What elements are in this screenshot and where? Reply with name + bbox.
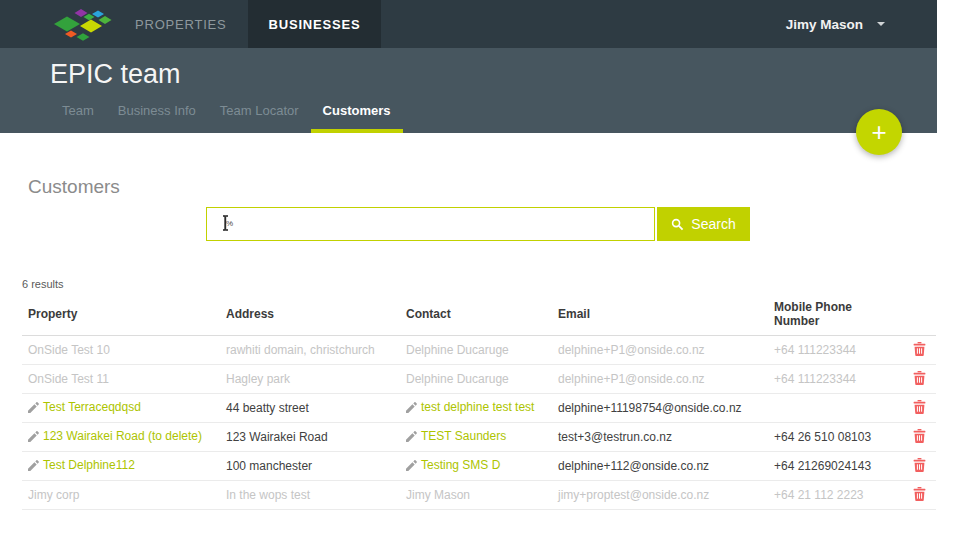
phone-cell: +64 111223344 [768, 365, 900, 394]
search-icon [671, 218, 684, 231]
property-link-label: 123 Wairakei Road (to delete) [43, 429, 202, 443]
edit-pencil-icon [28, 402, 39, 413]
contact-cell: Delphine Ducaruge [400, 336, 552, 365]
contact-link[interactable]: Testing SMS D [406, 458, 500, 472]
table-row: Test Delphine112 100 manchester Testing … [22, 452, 936, 481]
email-cell: jimy+proptest@onside.co.nz [552, 481, 768, 510]
col-header-email: Email [552, 295, 768, 336]
tab-customers[interactable]: Customers [311, 103, 403, 133]
property-cell: OnSide Test 10 [22, 336, 220, 365]
table-row: Test Terraceqdqsd 44 beatty street test … [22, 394, 936, 423]
trash-icon [913, 400, 926, 414]
email-cell: delphine+P1@onside.co.nz [552, 365, 768, 394]
address-cell: 44 beatty street [220, 394, 400, 423]
edit-pencil-icon [28, 431, 39, 442]
tab-team[interactable]: Team [50, 103, 106, 133]
col-header-contact: Contact [400, 295, 552, 336]
contact-link-label: TEST Saunders [421, 429, 506, 443]
email-cell: test+3@testrun.co.nz [552, 423, 768, 452]
delete-row-button[interactable] [911, 486, 928, 502]
page-title: Customers [0, 133, 937, 196]
property-link[interactable]: Test Terraceqdqsd [28, 400, 141, 414]
property-link[interactable]: 123 Wairakei Road (to delete) [28, 429, 202, 443]
customers-table: Property Address Contact Email Mobile Ph… [22, 295, 936, 510]
table-row: 123 Wairakei Road (to delete) 123 Wairak… [22, 423, 936, 452]
contact-cell: Jimy Mason [400, 481, 552, 510]
delete-row-button[interactable] [911, 370, 928, 386]
address-cell: Hagley park [220, 365, 400, 394]
address-cell: 100 manchester [220, 452, 400, 481]
edit-pencil-icon [406, 431, 417, 442]
col-header-address: Address [220, 295, 400, 336]
edit-pencil-icon [406, 460, 417, 471]
contact-link-label: test delphine test test [421, 400, 534, 414]
top-nav-properties[interactable]: PROPERTIES [114, 0, 248, 48]
user-menu[interactable]: Jimy Mason [786, 0, 885, 48]
top-navigation-bar: PROPERTIES BUSINESSES Jimy Mason [0, 0, 937, 48]
trash-icon [913, 342, 926, 356]
col-header-property: Property [22, 295, 220, 336]
page-header-title: EPIC team [0, 48, 937, 90]
search-button-label: Search [691, 216, 735, 232]
email-cell: delphine+P1@onside.co.nz [552, 336, 768, 365]
edit-pencil-icon [406, 402, 417, 413]
contact-cell: Delphine Ducaruge [400, 365, 552, 394]
trash-icon [913, 371, 926, 385]
address-cell: rawhiti domain, christchurch [220, 336, 400, 365]
add-customer-fab-button[interactable]: + [856, 109, 902, 155]
property-link-label: Test Delphine112 [43, 458, 135, 472]
delete-row-button[interactable] [911, 457, 928, 473]
delete-row-button[interactable] [911, 428, 928, 444]
address-cell: 123 Wairakei Road [220, 423, 400, 452]
table-row: OnSide Test 11 Hagley park Delphine Duca… [22, 365, 936, 394]
col-header-actions [900, 295, 936, 336]
contact-link[interactable]: TEST Saunders [406, 429, 506, 443]
email-cell: delphine+112@onside.co.nz [552, 452, 768, 481]
logo-diamonds-icon [52, 4, 114, 44]
address-cell: In the wops test [220, 481, 400, 510]
tab-team-locator[interactable]: Team Locator [208, 103, 311, 133]
results-count: 6 results [22, 278, 937, 290]
property-cell: Jimy corp [22, 481, 220, 510]
trash-icon [913, 429, 926, 443]
chevron-down-icon [877, 22, 885, 30]
trash-icon [913, 487, 926, 501]
col-header-phone: Mobile Phone Number [768, 295, 900, 336]
trash-icon [913, 458, 926, 472]
phone-cell [768, 394, 900, 423]
team-header: EPIC team Team Business Info Team Locato… [0, 48, 937, 133]
app-root: PROPERTIES BUSINESSES Jimy Mason EPIC te… [0, 0, 937, 536]
contact-link[interactable]: test delphine test test [406, 400, 534, 414]
delete-row-button[interactable] [911, 341, 928, 357]
table-header-row: Property Address Contact Email Mobile Ph… [22, 295, 936, 336]
phone-cell: +64 26 510 08103 [768, 423, 900, 452]
edit-pencil-icon [28, 460, 39, 471]
top-nav: PROPERTIES BUSINESSES [114, 0, 381, 48]
sub-tabs: Team Business Info Team Locator Customer… [50, 103, 403, 133]
search-button[interactable]: Search [657, 207, 750, 241]
onside-logo-icon[interactable] [52, 0, 114, 48]
user-name: Jimy Mason [786, 17, 863, 32]
property-link-label: Test Terraceqdqsd [43, 400, 141, 414]
phone-cell: +64 111223344 [768, 336, 900, 365]
tab-business-info[interactable]: Business Info [106, 103, 208, 133]
top-nav-businesses[interactable]: BUSINESSES [248, 0, 382, 48]
email-cell: delphine+11198754@onside.co.nz [552, 394, 768, 423]
property-cell: OnSide Test 11 [22, 365, 220, 394]
contact-link-label: Testing SMS D [421, 458, 500, 472]
search-bar: % Search [206, 207, 937, 241]
table-row: Jimy corp In the wops test Jimy Mason ji… [22, 481, 936, 510]
search-input[interactable] [206, 207, 655, 241]
delete-row-button[interactable] [911, 399, 928, 415]
property-link[interactable]: Test Delphine112 [28, 458, 135, 472]
phone-cell: +64 21269024143 [768, 452, 900, 481]
phone-cell: +64 21 112 2223 [768, 481, 900, 510]
table-row: OnSide Test 10 rawhiti domain, christchu… [22, 336, 936, 365]
